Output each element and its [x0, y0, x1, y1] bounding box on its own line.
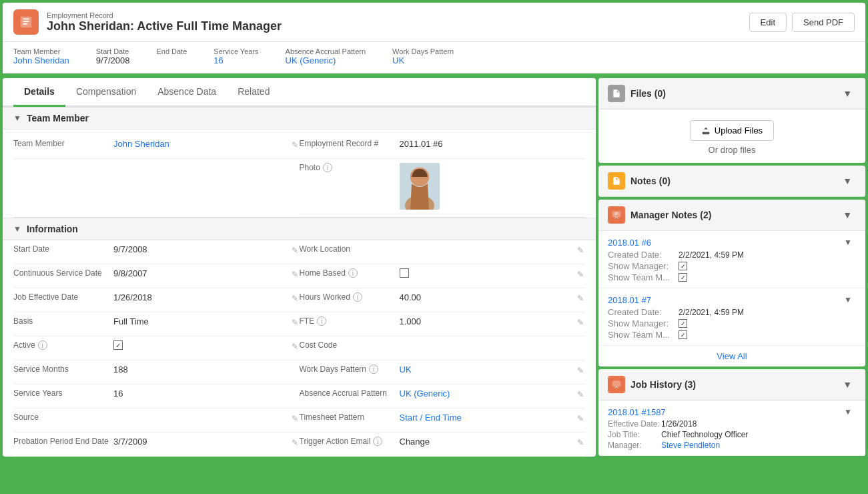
field-hours-worked: Hours Worked i 40.00 ✎	[300, 288, 586, 312]
home-based-info-icon: i	[348, 268, 358, 278]
absence-accrual-label: Absence Accrual Pattern	[286, 47, 366, 55]
job-effective-edit[interactable]: ✎	[290, 292, 300, 304]
field-team-member-value[interactable]: John Sheridan	[113, 139, 290, 149]
note-2-show-manager-checkbox[interactable]: ✓	[679, 319, 687, 328]
job-history-collapse-button[interactable]: ▼	[839, 378, 856, 391]
work-days-label: Work Days Pattern	[392, 47, 454, 55]
tab-details[interactable]: Details	[13, 78, 65, 107]
send-pdf-button[interactable]: Send PDF	[792, 13, 855, 32]
absence-accrual-pattern-val[interactable]: UK (Generic)	[400, 389, 576, 399]
job-effective-label: Job Effective Date	[13, 292, 113, 302]
note-1-show-team-checkbox[interactable]: ✓	[679, 273, 687, 282]
work-location-edit[interactable]: ✎	[576, 244, 585, 256]
manager-notes-collapse-button[interactable]: ▼	[839, 208, 856, 222]
work-days-pattern-val[interactable]: UK	[400, 364, 576, 375]
header-subtitle: Employment Record	[47, 11, 282, 19]
continuous-service-edit[interactable]: ✎	[290, 268, 300, 280]
field-fte: FTE i 1.000 ✎	[300, 312, 586, 336]
timesheet-pattern-edit[interactable]: ✎	[576, 413, 585, 425]
hours-worked-label: Hours Worked i	[300, 292, 400, 302]
tab-absence-data[interactable]: Absence Data	[147, 78, 227, 107]
files-card: Files (0) ▼ Upload Files Or drop files	[598, 78, 865, 163]
svg-rect-8	[612, 381, 620, 387]
note-2-show-team-checkbox[interactable]: ✓	[679, 330, 687, 339]
active-label: Active i	[13, 340, 113, 350]
absence-accrual-pattern-edit[interactable]: ✎	[576, 389, 585, 401]
meta-work-days: Work Days Pattern UK	[392, 47, 454, 65]
team-member-link[interactable]: John Sheridan	[13, 55, 69, 65]
fte-val: 1.000	[400, 316, 576, 326]
note-1-show-manager-checkbox[interactable]: ✓	[679, 262, 687, 270]
probation-edit[interactable]: ✎	[290, 437, 300, 449]
job-1-title-row: Job Title: Chief Technology Officer	[608, 430, 856, 439]
team-member-edit-icon[interactable]: ✎	[290, 139, 300, 151]
manager-note-1-link[interactable]: 2018.01 #6	[608, 238, 651, 248]
information-section: ▼ Information Start Date 9/7/2008 ✎ Cont…	[3, 218, 596, 457]
info-right-fields: Work Location ✎ Home Based i ✎	[300, 240, 586, 457]
continuous-service-label: Continuous Service Date	[13, 268, 113, 278]
source-edit[interactable]: ✎	[290, 413, 300, 425]
information-section-header[interactable]: ▼ Information	[3, 218, 596, 240]
trigger-action-edit[interactable]: ✎	[576, 437, 585, 449]
upload-files-button[interactable]: Upload Files	[690, 120, 774, 141]
meta-absence-accrual: Absence Accrual Pattern UK (Generic)	[286, 47, 366, 65]
meta-end-date: End Date	[156, 47, 187, 65]
meta-service-years: Service Years 16	[213, 47, 258, 65]
note-2-show-manager-label: Show Manager:	[608, 318, 675, 328]
hours-worked-val: 40.00	[400, 292, 576, 302]
active-checkbox[interactable]: ✓	[113, 340, 123, 350]
manager-note-2: 2018.01 #7 ▼ Created Date: 2/2/2021, 4:5…	[598, 288, 865, 346]
home-based-checkbox[interactable]	[400, 268, 409, 278]
absence-accrual-pattern-label: Absence Accrual Pattern	[300, 389, 400, 398]
work-days-link[interactable]: UK	[392, 55, 404, 65]
absence-accrual-link[interactable]: UK (Generic)	[286, 55, 336, 65]
photo-value	[400, 163, 586, 210]
tab-compensation[interactable]: Compensation	[65, 78, 147, 107]
notes-collapse-button[interactable]: ▼	[839, 174, 856, 188]
start-date-edit[interactable]: ✎	[290, 244, 300, 256]
job-1-effective-row: Effective Date: 1/26/2018	[608, 419, 856, 429]
note-1-expand-button[interactable]: ▼	[840, 236, 856, 248]
manager-note-2-link[interactable]: 2018.01 #7	[608, 295, 651, 305]
hours-worked-edit[interactable]: ✎	[576, 292, 585, 304]
note-1-created-row: Created Date: 2/2/2021, 4:59 PM	[608, 250, 856, 260]
job-effective-val: 1/26/2018	[113, 292, 290, 302]
probation-val: 3/7/2009	[113, 437, 290, 447]
files-card-title: Files (0)	[608, 85, 666, 102]
field-source: Source ✎	[13, 409, 300, 433]
active-val: ✓	[113, 340, 290, 350]
active-edit[interactable]: ✎	[290, 340, 300, 352]
team-member-chevron: ▼	[13, 113, 21, 123]
field-work-days-pattern: Work Days Pattern i UK ✎	[300, 360, 586, 385]
note-1-show-team-label: Show Team M...	[608, 272, 675, 282]
manager-notes-view-all[interactable]: View All	[598, 346, 865, 366]
service-months-val: 188	[113, 364, 300, 375]
field-active: Active i ✓ ✎	[13, 336, 300, 360]
timesheet-pattern-val[interactable]: Start / End Time	[400, 413, 576, 423]
field-basis: Basis Full Time ✎	[13, 312, 300, 336]
team-member-section: ▼ Team Member Team Member John Sheridan …	[3, 107, 596, 218]
edit-button[interactable]: Edit	[749, 13, 787, 32]
timesheet-pattern-label: Timesheet Pattern	[300, 413, 400, 422]
note-1-created-value: 2/2/2021, 4:59 PM	[679, 250, 744, 260]
trigger-action-info-icon: i	[373, 437, 382, 446]
basis-label: Basis	[13, 316, 113, 326]
work-days-pattern-edit[interactable]: ✎	[576, 364, 585, 377]
manager-notes-icon	[608, 206, 625, 224]
manager-notes-card-title: Manager Notes (2)	[608, 206, 711, 224]
job-1-expand-button[interactable]: ▼	[840, 406, 856, 418]
files-collapse-button[interactable]: ▼	[839, 87, 856, 100]
page-title: John Sheridan: Active Full Time Manager	[47, 19, 282, 33]
fte-edit[interactable]: ✎	[576, 316, 585, 328]
tab-related[interactable]: Related	[227, 78, 280, 107]
job-1-manager-value[interactable]: Steve Pendleton	[661, 441, 856, 450]
basis-edit[interactable]: ✎	[290, 316, 300, 328]
start-date-value: 9/7/2008	[96, 55, 130, 65]
job-history-1-link[interactable]: 2018.01 #1587	[608, 407, 666, 417]
info-left-fields: Start Date 9/7/2008 ✎ Continuous Service…	[13, 240, 300, 457]
home-based-edit[interactable]: ✎	[576, 268, 585, 280]
note-2-expand-button[interactable]: ▼	[840, 294, 856, 306]
job-history-card-header: Job History (3) ▼	[598, 369, 865, 401]
header-left: Employment Record John Sheridan: Active …	[13, 9, 282, 35]
team-member-section-header[interactable]: ▼ Team Member	[3, 107, 596, 130]
